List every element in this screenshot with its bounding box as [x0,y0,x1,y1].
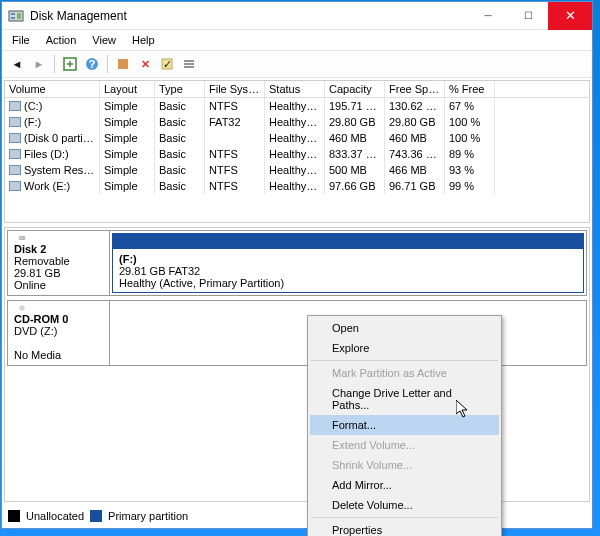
titlebar[interactable]: Disk Management ─ ☐ ✕ [2,2,592,30]
partition-health: Healthy (Active, Primary Partition) [119,277,284,289]
disk-icon [14,235,30,241]
minimize-button[interactable]: ─ [468,2,508,30]
svg-rect-11 [184,63,194,65]
volume-row[interactable]: (F:)SimpleBasicFAT32Healthy (P...29.80 G… [5,114,589,130]
svg-text:?: ? [89,58,96,70]
swatch-unallocated [8,510,20,522]
legend: Unallocated Primary partition [4,506,590,526]
separator [311,517,498,518]
svg-rect-12 [184,66,194,68]
col-layout[interactable]: Layout [100,81,155,97]
col-free[interactable]: Free Spa... [385,81,445,97]
app-icon [8,8,24,24]
separator [311,360,498,361]
ctx-mark-active: Mark Partition as Active [310,363,499,383]
disk-row-disk2[interactable]: Disk 2 Removable 29.81 GB Online (F:) 29… [7,230,587,296]
menu-action[interactable]: Action [40,32,83,48]
svg-point-16 [21,307,22,308]
menu-view[interactable]: View [86,32,122,48]
disk2-type: Removable [14,255,103,267]
ctx-shrink-volume: Shrink Volume... [310,455,499,475]
volume-row[interactable]: Files (D:)SimpleBasicNTFSHealthy (P...83… [5,146,589,162]
separator [54,55,55,73]
col-volume[interactable]: Volume [5,81,100,97]
back-icon[interactable]: ◄ [8,55,26,73]
legend-primary: Primary partition [108,510,188,522]
volume-list: Volume Layout Type File System Status Ca… [4,80,590,223]
ctx-extend-volume: Extend Volume... [310,435,499,455]
partition-detail: 29.81 GB FAT32 [119,265,200,277]
volume-rows[interactable]: (C:)SimpleBasicNTFSHealthy (B...195.71 G… [5,98,589,222]
legend-unallocated: Unallocated [26,510,84,522]
ctx-open[interactable]: Open [310,318,499,338]
disk-management-window: Disk Management ─ ☐ ✕ File Action View H… [1,1,593,529]
menu-help[interactable]: Help [126,32,161,48]
refresh-icon[interactable] [61,55,79,73]
cdrom-info: CD-ROM 0 DVD (Z:) No Media [8,301,110,365]
col-capacity[interactable]: Capacity [325,81,385,97]
disk2-size: 29.81 GB [14,267,103,279]
separator [107,55,108,73]
properties-icon[interactable]: ✓ [158,55,176,73]
swatch-primary [90,510,102,522]
svg-rect-1 [11,13,15,15]
disk-graphic-area: Disk 2 Removable 29.81 GB Online (F:) 29… [4,227,590,502]
volume-header: Volume Layout Type File System Status Ca… [5,81,589,98]
svg-rect-10 [184,60,194,62]
volume-row[interactable]: (Disk 0 partition 2)SimpleBasicHealthy (… [5,130,589,146]
ctx-change-drive-letter[interactable]: Change Drive Letter and Paths... [310,383,499,415]
forward-icon[interactable]: ► [30,55,48,73]
disk2-status: Online [14,279,103,291]
ctx-explore[interactable]: Explore [310,338,499,358]
maximize-button[interactable]: ☐ [508,2,548,30]
ctx-properties[interactable]: Properties [310,520,499,536]
volume-row[interactable]: System ReservedSimpleBasicNTFSHealthy (S… [5,162,589,178]
cdrom-icon [14,305,30,311]
menubar: File Action View Help [2,30,592,50]
disk2-name: Disk 2 [14,243,103,255]
cdrom-drive: DVD (Z:) [14,325,103,337]
volume-row[interactable]: (C:)SimpleBasicNTFSHealthy (B...195.71 G… [5,98,589,114]
svg-rect-7 [118,59,128,69]
context-menu: Open Explore Mark Partition as Active Ch… [307,315,502,536]
col-status[interactable]: Status [265,81,325,97]
list-icon[interactable] [180,55,198,73]
col-pctfree[interactable]: % Free [445,81,495,97]
toolbar: ◄ ► ? ✕ ✓ [2,50,592,78]
ctx-format[interactable]: Format... [310,415,499,435]
delete-icon[interactable]: ✕ [136,55,154,73]
cdrom-status: No Media [14,349,103,361]
volume-row[interactable]: Work (E:)SimpleBasicNTFSHealthy (P...97.… [5,178,589,194]
svg-rect-3 [17,13,21,19]
partition-f[interactable]: (F:) 29.81 GB FAT32 Healthy (Active, Pri… [112,233,584,293]
svg-rect-2 [11,17,15,19]
ctx-add-mirror[interactable]: Add Mirror... [310,475,499,495]
menu-file[interactable]: File [6,32,36,48]
close-button[interactable]: ✕ [548,2,592,30]
col-type[interactable]: Type [155,81,205,97]
ctx-delete-volume[interactable]: Delete Volume... [310,495,499,515]
help-icon[interactable]: ? [83,55,101,73]
svg-point-14 [23,238,24,239]
svg-text:✓: ✓ [163,58,172,70]
disk2-info: Disk 2 Removable 29.81 GB Online [8,231,110,295]
partition-label: (F:) [119,253,137,265]
cdrom-name: CD-ROM 0 [14,313,103,325]
settings-icon[interactable] [114,55,132,73]
window-title: Disk Management [30,9,468,23]
col-filesystem[interactable]: File System [205,81,265,97]
